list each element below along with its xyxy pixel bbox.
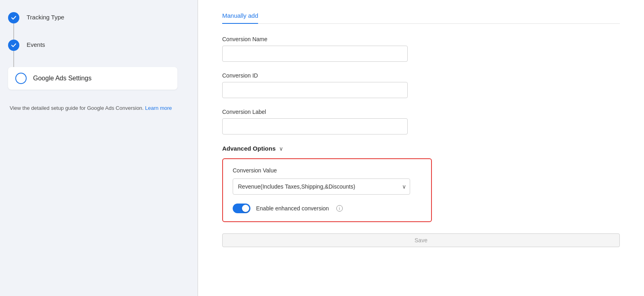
enhanced-conversion-label: Enable enhanced conversion [256, 205, 329, 212]
form-group-conversion-id: Conversion ID [222, 72, 620, 98]
advanced-options-header[interactable]: Advanced Options ∨ [222, 145, 620, 152]
step-circle-tracking-type [8, 12, 19, 23]
form-group-conversion-name: Conversion Name [222, 36, 620, 62]
step-connector-1 [8, 12, 19, 40]
form-group-conversion-label: Conversion Label [222, 109, 620, 134]
step-label-events: Events [27, 40, 45, 48]
step-item-events: Events [8, 40, 190, 67]
conversion-value-select-wrapper: Revenue(Includes Taxes,Shipping,&Discoun… [233, 178, 410, 195]
conversion-label-label: Conversion Label [222, 109, 620, 115]
step-line-1 [13, 23, 14, 40]
tab-manually-add[interactable]: Manually add [222, 8, 258, 24]
step-label-tracking-type: Tracking Type [27, 12, 64, 21]
step-circle-events [8, 40, 19, 51]
conversion-value-dropdown[interactable]: Revenue(Includes Taxes,Shipping,&Discoun… [233, 178, 410, 195]
learn-more-section: View the detailed setup guide for Google… [8, 105, 190, 111]
chevron-down-icon: ∨ [279, 145, 283, 152]
enhanced-conversion-toggle[interactable] [233, 204, 250, 213]
conversion-label-input[interactable] [222, 118, 408, 134]
sidebar: Tracking Type Events Google Ads Settings [0, 0, 198, 296]
advanced-options-title: Advanced Options [222, 145, 276, 152]
learn-more-static-text: View the detailed setup guide for Google… [10, 105, 144, 111]
save-button[interactable]: Save [222, 233, 620, 247]
step-line-2 [13, 51, 14, 67]
learn-more-link[interactable]: Learn more [145, 105, 172, 111]
step-circle-google-ads [15, 73, 27, 84]
conversion-name-input[interactable] [222, 46, 408, 62]
conversion-id-input[interactable] [222, 82, 408, 98]
conversion-name-label: Conversion Name [222, 36, 620, 42]
tab-bar: Manually add [222, 0, 620, 24]
tab-manually-add-label: Manually add [222, 12, 258, 19]
conversion-id-label: Conversion ID [222, 72, 620, 79]
toggle-track [233, 204, 250, 213]
toggle-thumb [242, 205, 249, 212]
step-connector-2 [8, 40, 19, 67]
info-icon[interactable]: i [336, 205, 343, 212]
enhanced-conversion-row: Enable enhanced conversion i [233, 204, 421, 213]
step-list: Tracking Type Events Google Ads Settings [8, 12, 190, 94]
step-card-google-ads[interactable]: Google Ads Settings [8, 67, 177, 90]
main-content: Manually add Conversion Name Conversion … [198, 0, 644, 296]
step-item-tracking-type: Tracking Type [8, 12, 190, 40]
conversion-value-label: Conversion Value [233, 167, 421, 174]
advanced-options-panel: Conversion Value Revenue(Includes Taxes,… [222, 158, 432, 222]
step-label-google-ads: Google Ads Settings [33, 75, 92, 82]
